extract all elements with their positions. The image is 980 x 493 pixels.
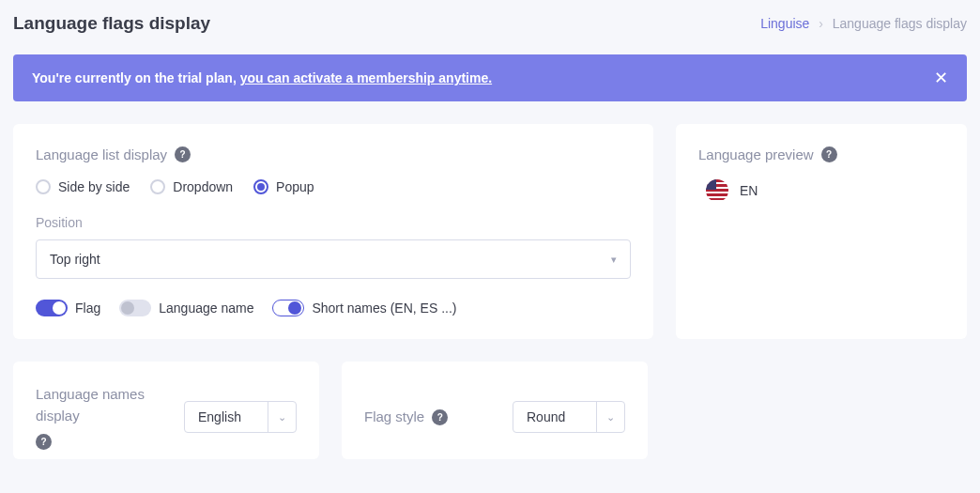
language-names-display-card: Language names display ? English ⌄ [13, 362, 319, 459]
chevron-right-icon: › [819, 16, 823, 31]
flag-us-icon [706, 179, 728, 202]
breadcrumb: Linguise › Language flags display [760, 16, 967, 31]
breadcrumb-link-linguise[interactable]: Linguise [760, 16, 809, 31]
flag-style-select[interactable]: Round ⌄ [513, 401, 625, 433]
help-icon[interactable]: ? [36, 434, 52, 450]
toggle-language-name[interactable] [119, 300, 151, 316]
help-icon[interactable]: ? [821, 146, 837, 162]
page-title: Language flags display [13, 13, 210, 34]
trial-banner: You're currently on the trial plan, you … [13, 54, 967, 101]
radio-dropdown[interactable]: Dropdown [150, 179, 233, 194]
position-label: Position [36, 215, 631, 230]
language-names-select[interactable]: English ⌄ [184, 401, 297, 433]
toggle-short-names[interactable] [272, 300, 304, 316]
radio-icon [36, 179, 51, 194]
chevron-down-icon: ⌄ [597, 404, 624, 431]
section-title-preview: Language preview [698, 146, 814, 162]
language-preview-card: Language preview ? EN [676, 124, 967, 339]
preview-flag-item[interactable]: EN [706, 179, 944, 202]
section-title-display: Language list display [36, 146, 167, 162]
chevron-down-icon: ⌄ [268, 404, 296, 431]
banner-text: You're currently on the trial plan, [32, 70, 240, 85]
toggle-language-name-label: Language name [159, 300, 253, 316]
help-icon[interactable]: ? [432, 409, 448, 425]
toggle-flag-label: Flag [75, 300, 100, 316]
toggle-short-names-label: Short names (EN, ES ...) [312, 300, 456, 316]
preview-language-code: EN [740, 183, 758, 198]
radio-icon [253, 179, 268, 194]
section-title-flag-style: Flag style [364, 407, 424, 428]
position-select[interactable]: Top right ▾ [36, 239, 631, 279]
section-title-names-display: Language names display [36, 384, 167, 426]
language-list-display-card: Language list display ? Side by side Dro… [13, 124, 653, 339]
close-icon[interactable]: ✕ [934, 68, 948, 88]
radio-popup[interactable]: Popup [253, 179, 314, 194]
breadcrumb-current: Language flags display [833, 16, 967, 31]
chevron-down-icon: ▾ [611, 254, 617, 266]
radio-side-by-side[interactable]: Side by side [36, 179, 130, 194]
flag-style-card: Flag style ? Round ⌄ [342, 362, 648, 459]
banner-activate-link[interactable]: you can activate a membership anytime. [240, 70, 492, 85]
help-icon[interactable]: ? [175, 146, 191, 162]
radio-icon [150, 179, 165, 194]
toggle-flag[interactable] [36, 300, 68, 316]
